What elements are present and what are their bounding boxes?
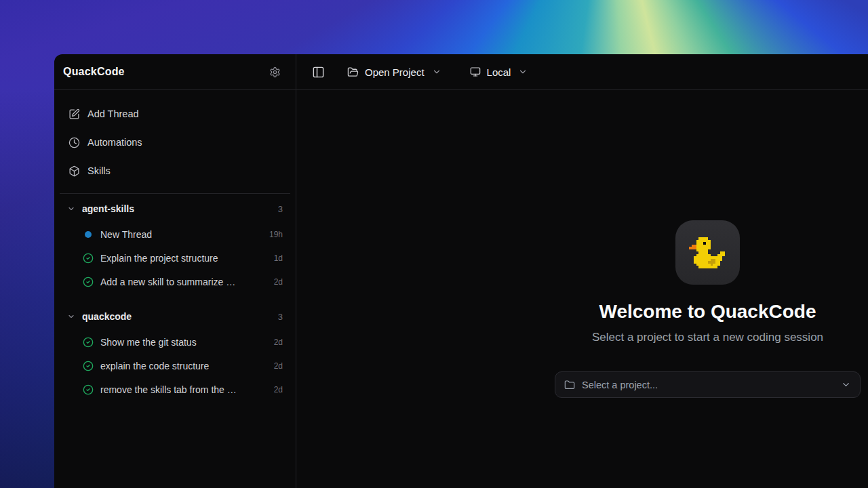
settings-button[interactable] xyxy=(268,65,282,79)
app-window: QuackCode Add Thread Automations xyxy=(54,54,868,488)
thread-time: 2d xyxy=(274,277,283,287)
chevron-down-icon xyxy=(432,67,441,77)
thread-item[interactable]: Show me the git status 2d xyxy=(54,330,296,354)
section-header[interactable]: agent-skills 3 xyxy=(54,201,296,217)
main-toolbar: Open Project Local xyxy=(296,54,868,90)
section-name: agent-skills xyxy=(82,203,278,214)
welcome-panel: Welcome to QuackCode Select a project to… xyxy=(555,220,861,398)
environment-selector-button[interactable]: Local xyxy=(470,66,528,78)
thread-item[interactable]: Add a new skill to summarize … 2d xyxy=(54,270,296,293)
thread-time: 2d xyxy=(274,338,283,347)
thread-time: 1d xyxy=(274,253,283,263)
sidebar: QuackCode Add Thread Automations xyxy=(54,54,296,488)
panel-left-icon xyxy=(312,66,325,79)
main-content: Welcome to QuackCode Select a project to… xyxy=(296,90,868,488)
chevron-down-icon xyxy=(841,380,851,390)
chevron-down-icon xyxy=(67,312,75,321)
folder-open-icon xyxy=(347,66,359,78)
thread-title: New Thread xyxy=(100,229,269,240)
package-icon xyxy=(68,165,80,177)
open-project-label: Open Project xyxy=(365,66,425,78)
thread-title: Show me the git status xyxy=(100,337,274,348)
check-circle-icon xyxy=(83,277,94,287)
main-area: Open Project Local xyxy=(296,54,868,488)
active-dot-icon xyxy=(83,231,94,238)
thread-item[interactable]: Explain the project structure 1d xyxy=(54,246,296,270)
thread-item[interactable]: New Thread 19h xyxy=(54,222,296,246)
chevron-down-icon xyxy=(67,205,75,213)
chevron-down-icon xyxy=(518,67,528,77)
thread-title: remove the skills tab from the … xyxy=(100,384,274,395)
open-project-button[interactable]: Open Project xyxy=(347,66,441,78)
check-circle-icon xyxy=(83,384,94,395)
project-section-agent-skills: agent-skills 3 New Thread 19h Explain th… xyxy=(54,194,296,293)
thread-item[interactable]: explain the code structure 2d xyxy=(54,354,296,378)
sidebar-item-label: Skills xyxy=(87,165,111,176)
sidebar-item-label: Add Thread xyxy=(87,108,139,119)
thread-time: 19h xyxy=(269,230,283,239)
thread-list: Show me the git status 2d explain the co… xyxy=(54,330,296,401)
check-circle-icon xyxy=(83,337,94,348)
thread-item[interactable]: remove the skills tab from the … 2d xyxy=(54,378,296,401)
folder-icon xyxy=(564,380,575,390)
sidebar-toggle-button[interactable] xyxy=(311,64,326,80)
project-section-quackcode: quackcode 3 Show me the git status 2d ex… xyxy=(54,302,296,401)
thread-title: explain the code structure xyxy=(100,361,274,371)
environment-label: Local xyxy=(487,66,511,78)
section-name: quackcode xyxy=(82,311,278,322)
welcome-subtitle: Select a project to start a new coding s… xyxy=(592,330,823,345)
section-header[interactable]: quackcode 3 xyxy=(54,308,296,325)
app-logo-tile xyxy=(675,220,740,285)
thread-title: Add a new skill to summarize … xyxy=(100,277,274,287)
sidebar-header: QuackCode xyxy=(54,54,296,90)
section-count-badge: 3 xyxy=(278,204,283,214)
check-circle-icon xyxy=(83,253,94,264)
project-select-placeholder: Select a project... xyxy=(582,380,841,390)
sidebar-item-label: Automations xyxy=(87,137,142,148)
welcome-title: Welcome to QuackCode xyxy=(599,301,816,323)
thread-title: Explain the project structure xyxy=(100,253,274,264)
thread-time: 2d xyxy=(274,361,283,371)
sidebar-nav: Add Thread Automations Skills xyxy=(54,90,296,185)
project-select-dropdown[interactable]: Select a project... xyxy=(555,371,861,398)
sidebar-item-add-thread[interactable]: Add Thread xyxy=(54,100,296,128)
gear-icon xyxy=(269,66,281,78)
clock-icon xyxy=(68,137,80,148)
duck-logo-icon xyxy=(689,237,727,268)
section-count-badge: 3 xyxy=(278,312,283,322)
check-circle-icon xyxy=(83,361,94,371)
square-pen-icon xyxy=(68,108,80,120)
sidebar-item-automations[interactable]: Automations xyxy=(54,128,296,157)
thread-time: 2d xyxy=(274,385,283,394)
monitor-icon xyxy=(470,66,481,77)
sidebar-item-skills[interactable]: Skills xyxy=(54,157,296,185)
app-title: QuackCode xyxy=(63,66,125,78)
thread-list: New Thread 19h Explain the project struc… xyxy=(54,222,296,293)
